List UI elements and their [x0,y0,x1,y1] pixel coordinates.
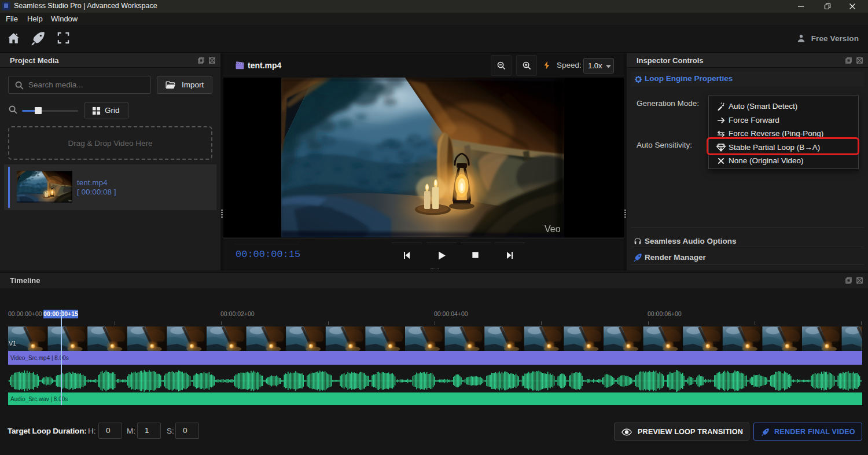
svg-text:Veo: Veo [545,224,561,234]
svg-text:Veo: Veo [68,200,72,202]
